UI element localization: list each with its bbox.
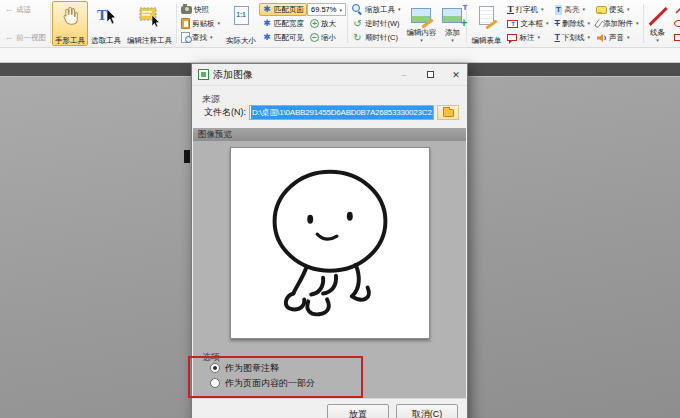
zoom-group: 69.57% ▾ + 放大 − 缩小 (307, 1, 346, 46)
fit-visible-icon: ✱ (262, 33, 272, 42)
cancel-button[interactable]: 取消(C) (396, 404, 458, 418)
fit-group: ✱ 匹配页面 ✱ 匹配宽度 ✱ 匹配可见 (259, 1, 307, 46)
zoom-level-value: 69.57% (311, 5, 336, 14)
select-tool-button[interactable]: T 选取工具 (88, 1, 124, 46)
highlight-icon: T (555, 5, 563, 15)
textbox-button[interactable]: T 文本框 ▾ (504, 17, 551, 30)
filename-input[interactable]: D:\桌面\1\0ABB291455D6ABD0B7A26853330023C2… (249, 105, 434, 120)
edit-comment-tool-button[interactable]: 编辑注释工具 (124, 1, 175, 46)
shape-group: 箭头 ▾ 椭圆形 ▾ 矩形 ▾ (671, 1, 680, 46)
hand-icon (59, 4, 81, 27)
snapshot-button[interactable]: 快照 (178, 3, 223, 16)
zoom-tool-button[interactable]: 缩放工具 ▾ (349, 3, 404, 16)
typewriter-button[interactable]: T 打字机 ▾ (504, 3, 551, 16)
pdf-editor-app: ← 成适 ← 前一视图 手形工具 T 选取工具 编辑注释工具 (0, 0, 680, 418)
splitter-handle[interactable] (184, 150, 190, 163)
place-button[interactable]: 放置 (327, 404, 389, 418)
actual-size-label: 实际大小 (226, 37, 256, 45)
comment-tool-icon (138, 4, 162, 27)
fit-page-icon: ✱ (262, 5, 272, 14)
rotate-cw-icon: ↻ (352, 33, 363, 43)
rotate-ccw-button[interactable]: ↺ 逆时针(W) (349, 17, 404, 30)
edit-form-label: 编辑表单 (471, 37, 501, 45)
zoom-in-button[interactable]: + 放大 (307, 17, 346, 30)
hand-tool-label: 手形工具 (55, 37, 85, 45)
find-button[interactable]: 查找 ▾ (178, 31, 223, 44)
strikethrough-icon: T (555, 19, 561, 28)
previous-view-icon: ← (4, 33, 14, 42)
dropdown-arrow-icon: ▾ (546, 21, 549, 26)
actual-size-button[interactable]: 1:1 实际大小 (223, 1, 259, 46)
dropdown-arrow-icon: ▾ (627, 35, 630, 40)
fit-visible-button[interactable]: ✱ 匹配可见 (259, 31, 307, 44)
group-divider (50, 4, 51, 43)
previous-view-button[interactable]: ← 前一视图 (1, 31, 49, 44)
hand-tool-button[interactable]: 手形工具 (52, 1, 88, 46)
dropdown-arrow-icon: ▾ (582, 7, 585, 12)
group-divider (176, 4, 177, 43)
sticky-note-button[interactable]: 便笺 ▾ (593, 3, 642, 16)
ellipse-tool-button[interactable]: 椭圆形 ▾ (671, 17, 680, 30)
svg-text:T: T (97, 7, 107, 23)
attachment-button[interactable]: 添加附件 ▾ (593, 17, 642, 30)
edit-content-button[interactable]: 编辑内容 ▾ (403, 1, 439, 46)
dropdown-arrow-icon: ▾ (656, 38, 659, 44)
line-tool-button[interactable]: 线条 ▾ (645, 1, 671, 46)
paperclip-icon (596, 19, 601, 28)
edit-form-button[interactable]: 编辑表单 (468, 1, 504, 46)
dropdown-arrow-icon: ▾ (537, 35, 540, 40)
callout-icon (507, 34, 517, 41)
clipboard-button[interactable]: 剪贴板 ▾ (178, 17, 223, 30)
clipboard-label: 剪贴板 (192, 20, 215, 28)
group-divider (643, 4, 644, 43)
maximize-icon (427, 71, 434, 78)
zoom-out-button[interactable]: − 缩小 (307, 31, 346, 44)
fit-page-button[interactable]: ✱ 匹配页面 (259, 3, 307, 16)
maximize-button[interactable] (419, 66, 441, 84)
strikethrough-button[interactable]: T 删除线 ▾ (552, 17, 594, 30)
close-button[interactable]: ✕ (445, 66, 467, 84)
add-label: 添加 (445, 29, 460, 37)
fit-width-button[interactable]: ✱ 匹配宽度 (259, 17, 307, 30)
rotate-group: 缩放工具 ▾ ↺ 逆时针(W) ↻ 顺时针(C) (349, 1, 404, 46)
dropdown-arrow-icon: ▾ (636, 21, 639, 26)
camera-icon (181, 6, 192, 14)
doodle-character (231, 148, 429, 338)
textbox-label: 文本框 (520, 20, 543, 28)
fit-width-label: 匹配宽度 (274, 20, 304, 28)
typewriter-label: 打字机 (516, 6, 539, 14)
add-image-icon (442, 4, 462, 27)
highlight-label: 高亮 (564, 6, 579, 14)
folder-icon (443, 109, 454, 117)
rotate-ccw-icon: ↺ (352, 19, 363, 29)
rotate-cw-label: 顺时针(C) (365, 34, 398, 42)
fit-width-icon: ✱ (262, 19, 272, 28)
underline-button[interactable]: T 下划线 ▾ (552, 31, 594, 44)
callout-label: 标注 (519, 34, 534, 42)
view-nav-group: ← 成适 ← 前一视图 (1, 1, 49, 46)
callout-button[interactable]: 标注 ▾ (504, 31, 551, 44)
sticky-note-icon (596, 6, 607, 14)
arrow-icon (674, 4, 680, 15)
dropdown-arrow-icon: ▾ (588, 35, 591, 40)
rotate-cw-button[interactable]: ↻ 顺时针(C) (349, 31, 404, 44)
arrow-tool-button[interactable]: 箭头 ▾ (671, 3, 680, 16)
previous-view-label: 前一视图 (16, 34, 46, 42)
browse-button[interactable] (437, 105, 459, 120)
add-button[interactable]: 添加 ▾ (439, 1, 465, 46)
zoom-out-label: 缩小 (321, 34, 336, 42)
dropdown-arrow-icon: ▾ (339, 7, 342, 13)
annotation-red-box (188, 356, 363, 398)
sound-button[interactable]: 声音 ▾ (593, 31, 642, 44)
dialog-titlebar[interactable]: 添加图像 – ✕ (192, 64, 467, 86)
dropdown-arrow-icon: ▾ (627, 7, 630, 12)
snapshot-group: 快照 剪贴板 ▾ 查找 ▾ (178, 1, 223, 46)
minimize-button: – (393, 66, 415, 84)
typewriter-icon: T (507, 5, 513, 14)
zoom-level-combo[interactable]: 69.57% ▾ (307, 3, 346, 16)
highlight-button[interactable]: T 高亮 ▾ (552, 3, 594, 16)
preview-image (230, 147, 430, 339)
nav-fit-button[interactable]: ← 成适 (1, 3, 49, 16)
select-tool-icon: T (96, 4, 116, 27)
rectangle-tool-button[interactable]: 矩形 ▾ (671, 31, 680, 44)
